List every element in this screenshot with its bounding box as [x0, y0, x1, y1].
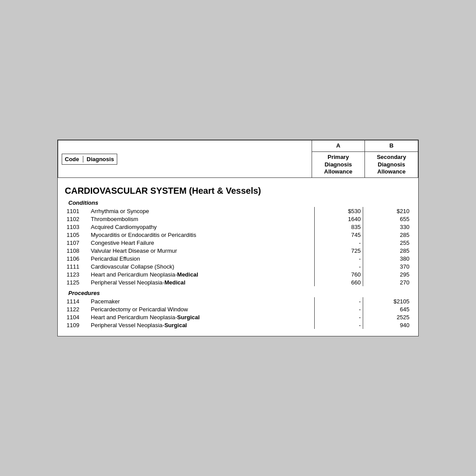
row-col-b: 645 — [363, 305, 411, 313]
row-col-a: 760 — [314, 270, 363, 278]
row-col-b: 285 — [363, 231, 411, 239]
row-col-a: 725 — [314, 247, 363, 255]
row-diagnosis: Pericardectomy or Pericardial Window — [89, 305, 314, 313]
row-col-b: $210 — [363, 207, 411, 215]
table-row: 1106Pericardial Effusion-380 — [65, 255, 411, 262]
main-container: Code Diagnosis A B Primary Diagnosis All… — [57, 140, 419, 337]
row-diagnosis: Arrhythmia or Syncope — [89, 207, 314, 215]
subsection-conditions-title: Conditions — [68, 199, 411, 206]
code-label: Code — [65, 156, 83, 162]
row-code: 1108 — [65, 247, 89, 255]
table-row: 1114Pacemaker-$2105 — [65, 297, 411, 305]
row-col-a: - — [314, 255, 363, 262]
row-diagnosis: Cardiovascular Collapse (Shock) — [89, 262, 314, 270]
table-row: 1102Thromboembolism1640655 — [65, 215, 411, 223]
row-col-b: 370 — [363, 262, 411, 270]
row-col-a: - — [314, 305, 363, 313]
row-col-b: 330 — [363, 223, 411, 231]
code-diagnosis-header: Code Diagnosis — [58, 140, 312, 178]
table-row: 1109Peripheral Vessel Neoplasia-Surgical… — [65, 321, 411, 329]
row-col-a: - — [314, 297, 363, 305]
row-code: 1101 — [65, 207, 89, 215]
row-code: 1111 — [65, 262, 89, 270]
row-diagnosis: Myocarditis or Endocarditis or Pericardi… — [89, 231, 314, 239]
row-diagnosis: Congestive Heart Failure — [89, 239, 314, 247]
row-diagnosis: Peripheral Vessel Neoplasia-Surgical — [89, 321, 314, 329]
table-row: 1125Peripheral Vessel Neoplasia-Medical6… — [65, 278, 411, 286]
row-diagnosis: Valvular Heart Disease or Murmur — [89, 247, 314, 255]
row-col-a: - — [314, 262, 363, 270]
row-code: 1102 — [65, 215, 89, 223]
row-diagnosis: Peripheral Vessel Neoplasia-Medical — [89, 278, 314, 286]
row-code: 1104 — [65, 313, 89, 321]
row-col-b: 655 — [363, 215, 411, 223]
row-col-a: - — [314, 321, 363, 329]
conditions-table: 1101Arrhythmia or Syncope$530$2101102Thr… — [65, 207, 411, 286]
row-code: 1105 — [65, 231, 89, 239]
table-row: 1122Pericardectomy or Pericardial Window… — [65, 305, 411, 313]
row-col-a: - — [314, 313, 363, 321]
row-code: 1109 — [65, 321, 89, 329]
row-col-a: $530 — [314, 207, 363, 215]
header-table: Code Diagnosis A B Primary Diagnosis All… — [58, 140, 418, 178]
table-row: 1105Myocarditis or Endocarditis or Peric… — [65, 231, 411, 239]
table-row: 1104Heart and Pericardium Neoplasia-Surg… — [65, 313, 411, 321]
content-area: CARDIOVASCULAR SYSTEM (Heart & Vessels) … — [58, 178, 418, 336]
row-col-a: 1640 — [314, 215, 363, 223]
row-col-b: 295 — [363, 270, 411, 278]
row-col-a: 835 — [314, 223, 363, 231]
row-code: 1107 — [65, 239, 89, 247]
table-row: 1111Cardiovascular Collapse (Shock)-370 — [65, 262, 411, 270]
table-row: 1107Congestive Heart Failure-255 — [65, 239, 411, 247]
col-a-header-label: Primary Diagnosis Allowance — [312, 151, 365, 178]
row-diagnosis: Heart and Pericardium Neoplasia-Surgical — [89, 313, 314, 321]
row-diagnosis: Pericardial Effusion — [89, 255, 314, 262]
row-code: 1125 — [65, 278, 89, 286]
table-row: 1123Heart and Pericardium Neoplasia-Medi… — [65, 270, 411, 278]
procedures-table: 1114Pacemaker-$21051122Pericardectomy or… — [65, 297, 411, 329]
row-col-a: 745 — [314, 231, 363, 239]
table-row: 1108Valvular Heart Disease or Murmur7252… — [65, 247, 411, 255]
row-col-b: 255 — [363, 239, 411, 247]
row-diagnosis: Thromboembolism — [89, 215, 314, 223]
col-a-header-letter: A — [312, 140, 365, 151]
row-col-b: 2525 — [363, 313, 411, 321]
row-diagnosis: Acquired Cardiomyopathy — [89, 223, 314, 231]
row-code: 1122 — [65, 305, 89, 313]
section-title: CARDIOVASCULAR SYSTEM (Heart & Vessels) — [65, 186, 411, 196]
row-col-b: 940 — [363, 321, 411, 329]
diagnosis-label: Diagnosis — [87, 156, 114, 162]
row-code: 1123 — [65, 270, 89, 278]
row-code: 1114 — [65, 297, 89, 305]
row-col-b: 285 — [363, 247, 411, 255]
table-row: 1103Acquired Cardiomyopathy835330 — [65, 223, 411, 231]
row-code: 1106 — [65, 255, 89, 262]
row-col-a: - — [314, 239, 363, 247]
col-b-header-label: Secondary Diagnosis Allowance — [365, 151, 418, 178]
table-row: 1101Arrhythmia or Syncope$530$210 — [65, 207, 411, 215]
subsection-procedures-title: Procedures — [68, 290, 411, 296]
row-col-b: 270 — [363, 278, 411, 286]
col-b-header-letter: B — [365, 140, 418, 151]
row-col-b: 380 — [363, 255, 411, 262]
row-col-b: $2105 — [363, 297, 411, 305]
row-code: 1103 — [65, 223, 89, 231]
row-diagnosis: Pacemaker — [89, 297, 314, 305]
row-diagnosis: Heart and Pericardium Neoplasia-Medical — [89, 270, 314, 278]
row-col-a: 660 — [314, 278, 363, 286]
